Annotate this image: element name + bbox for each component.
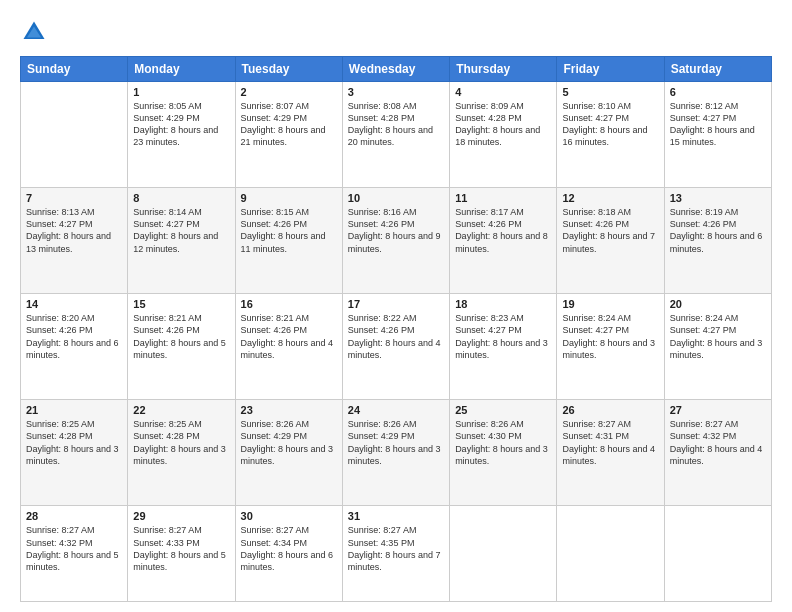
day-info: Sunrise: 8:19 AMSunset: 4:26 PMDaylight:… xyxy=(670,206,766,255)
calendar-cell xyxy=(664,506,771,602)
day-info: Sunrise: 8:24 AMSunset: 4:27 PMDaylight:… xyxy=(562,312,658,361)
day-header-monday: Monday xyxy=(128,57,235,82)
day-info: Sunrise: 8:26 AMSunset: 4:29 PMDaylight:… xyxy=(348,418,444,467)
day-info: Sunrise: 8:14 AMSunset: 4:27 PMDaylight:… xyxy=(133,206,229,255)
day-number: 14 xyxy=(26,298,122,310)
header xyxy=(20,18,772,46)
day-number: 27 xyxy=(670,404,766,416)
calendar-cell: 10Sunrise: 8:16 AMSunset: 4:26 PMDayligh… xyxy=(342,188,449,294)
day-number: 20 xyxy=(670,298,766,310)
day-info: Sunrise: 8:16 AMSunset: 4:26 PMDaylight:… xyxy=(348,206,444,255)
day-info: Sunrise: 8:26 AMSunset: 4:30 PMDaylight:… xyxy=(455,418,551,467)
day-number: 30 xyxy=(241,510,337,522)
day-number: 22 xyxy=(133,404,229,416)
day-number: 8 xyxy=(133,192,229,204)
calendar-cell: 3Sunrise: 8:08 AMSunset: 4:28 PMDaylight… xyxy=(342,82,449,188)
calendar-cell: 8Sunrise: 8:14 AMSunset: 4:27 PMDaylight… xyxy=(128,188,235,294)
calendar-cell: 5Sunrise: 8:10 AMSunset: 4:27 PMDaylight… xyxy=(557,82,664,188)
day-number: 24 xyxy=(348,404,444,416)
calendar-week-row: 1Sunrise: 8:05 AMSunset: 4:29 PMDaylight… xyxy=(21,82,772,188)
day-info: Sunrise: 8:12 AMSunset: 4:27 PMDaylight:… xyxy=(670,100,766,149)
calendar-cell xyxy=(557,506,664,602)
day-number: 23 xyxy=(241,404,337,416)
day-number: 19 xyxy=(562,298,658,310)
calendar-cell: 30Sunrise: 8:27 AMSunset: 4:34 PMDayligh… xyxy=(235,506,342,602)
calendar-week-row: 7Sunrise: 8:13 AMSunset: 4:27 PMDaylight… xyxy=(21,188,772,294)
day-info: Sunrise: 8:21 AMSunset: 4:26 PMDaylight:… xyxy=(133,312,229,361)
day-number: 1 xyxy=(133,86,229,98)
logo xyxy=(20,18,52,46)
calendar-cell: 16Sunrise: 8:21 AMSunset: 4:26 PMDayligh… xyxy=(235,294,342,400)
calendar-cell: 22Sunrise: 8:25 AMSunset: 4:28 PMDayligh… xyxy=(128,400,235,506)
day-number: 31 xyxy=(348,510,444,522)
day-number: 6 xyxy=(670,86,766,98)
day-number: 16 xyxy=(241,298,337,310)
day-header-saturday: Saturday xyxy=(664,57,771,82)
calendar-cell: 23Sunrise: 8:26 AMSunset: 4:29 PMDayligh… xyxy=(235,400,342,506)
calendar-cell: 4Sunrise: 8:09 AMSunset: 4:28 PMDaylight… xyxy=(450,82,557,188)
day-info: Sunrise: 8:27 AMSunset: 4:32 PMDaylight:… xyxy=(670,418,766,467)
calendar-cell: 19Sunrise: 8:24 AMSunset: 4:27 PMDayligh… xyxy=(557,294,664,400)
day-info: Sunrise: 8:09 AMSunset: 4:28 PMDaylight:… xyxy=(455,100,551,149)
calendar-cell: 29Sunrise: 8:27 AMSunset: 4:33 PMDayligh… xyxy=(128,506,235,602)
day-number: 29 xyxy=(133,510,229,522)
day-number: 7 xyxy=(26,192,122,204)
day-info: Sunrise: 8:25 AMSunset: 4:28 PMDaylight:… xyxy=(26,418,122,467)
day-info: Sunrise: 8:27 AMSunset: 4:33 PMDaylight:… xyxy=(133,524,229,573)
day-info: Sunrise: 8:20 AMSunset: 4:26 PMDaylight:… xyxy=(26,312,122,361)
calendar-cell xyxy=(450,506,557,602)
calendar-cell: 9Sunrise: 8:15 AMSunset: 4:26 PMDaylight… xyxy=(235,188,342,294)
calendar-week-row: 21Sunrise: 8:25 AMSunset: 4:28 PMDayligh… xyxy=(21,400,772,506)
calendar-cell: 12Sunrise: 8:18 AMSunset: 4:26 PMDayligh… xyxy=(557,188,664,294)
calendar-cell: 31Sunrise: 8:27 AMSunset: 4:35 PMDayligh… xyxy=(342,506,449,602)
day-header-sunday: Sunday xyxy=(21,57,128,82)
logo-icon xyxy=(20,18,48,46)
day-header-tuesday: Tuesday xyxy=(235,57,342,82)
day-info: Sunrise: 8:10 AMSunset: 4:27 PMDaylight:… xyxy=(562,100,658,149)
page: SundayMondayTuesdayWednesdayThursdayFrid… xyxy=(0,0,792,612)
day-number: 25 xyxy=(455,404,551,416)
calendar-cell: 25Sunrise: 8:26 AMSunset: 4:30 PMDayligh… xyxy=(450,400,557,506)
day-number: 5 xyxy=(562,86,658,98)
day-number: 9 xyxy=(241,192,337,204)
calendar-cell: 11Sunrise: 8:17 AMSunset: 4:26 PMDayligh… xyxy=(450,188,557,294)
calendar-table: SundayMondayTuesdayWednesdayThursdayFrid… xyxy=(20,56,772,602)
day-number: 17 xyxy=(348,298,444,310)
day-info: Sunrise: 8:07 AMSunset: 4:29 PMDaylight:… xyxy=(241,100,337,149)
calendar-cell: 14Sunrise: 8:20 AMSunset: 4:26 PMDayligh… xyxy=(21,294,128,400)
calendar-week-row: 28Sunrise: 8:27 AMSunset: 4:32 PMDayligh… xyxy=(21,506,772,602)
calendar-cell: 1Sunrise: 8:05 AMSunset: 4:29 PMDaylight… xyxy=(128,82,235,188)
day-number: 28 xyxy=(26,510,122,522)
day-info: Sunrise: 8:27 AMSunset: 4:32 PMDaylight:… xyxy=(26,524,122,573)
day-number: 3 xyxy=(348,86,444,98)
day-info: Sunrise: 8:15 AMSunset: 4:26 PMDaylight:… xyxy=(241,206,337,255)
day-header-wednesday: Wednesday xyxy=(342,57,449,82)
day-number: 18 xyxy=(455,298,551,310)
day-number: 10 xyxy=(348,192,444,204)
calendar-cell: 26Sunrise: 8:27 AMSunset: 4:31 PMDayligh… xyxy=(557,400,664,506)
calendar-week-row: 14Sunrise: 8:20 AMSunset: 4:26 PMDayligh… xyxy=(21,294,772,400)
calendar-cell: 2Sunrise: 8:07 AMSunset: 4:29 PMDaylight… xyxy=(235,82,342,188)
day-info: Sunrise: 8:22 AMSunset: 4:26 PMDaylight:… xyxy=(348,312,444,361)
day-info: Sunrise: 8:21 AMSunset: 4:26 PMDaylight:… xyxy=(241,312,337,361)
day-info: Sunrise: 8:26 AMSunset: 4:29 PMDaylight:… xyxy=(241,418,337,467)
calendar-cell: 7Sunrise: 8:13 AMSunset: 4:27 PMDaylight… xyxy=(21,188,128,294)
day-info: Sunrise: 8:18 AMSunset: 4:26 PMDaylight:… xyxy=(562,206,658,255)
day-number: 4 xyxy=(455,86,551,98)
day-info: Sunrise: 8:27 AMSunset: 4:35 PMDaylight:… xyxy=(348,524,444,573)
calendar-cell: 17Sunrise: 8:22 AMSunset: 4:26 PMDayligh… xyxy=(342,294,449,400)
day-info: Sunrise: 8:25 AMSunset: 4:28 PMDaylight:… xyxy=(133,418,229,467)
day-info: Sunrise: 8:08 AMSunset: 4:28 PMDaylight:… xyxy=(348,100,444,149)
calendar-cell xyxy=(21,82,128,188)
calendar-cell: 6Sunrise: 8:12 AMSunset: 4:27 PMDaylight… xyxy=(664,82,771,188)
day-number: 21 xyxy=(26,404,122,416)
calendar-cell: 13Sunrise: 8:19 AMSunset: 4:26 PMDayligh… xyxy=(664,188,771,294)
day-info: Sunrise: 8:23 AMSunset: 4:27 PMDaylight:… xyxy=(455,312,551,361)
calendar-cell: 27Sunrise: 8:27 AMSunset: 4:32 PMDayligh… xyxy=(664,400,771,506)
calendar-cell: 18Sunrise: 8:23 AMSunset: 4:27 PMDayligh… xyxy=(450,294,557,400)
day-number: 26 xyxy=(562,404,658,416)
day-header-thursday: Thursday xyxy=(450,57,557,82)
day-info: Sunrise: 8:05 AMSunset: 4:29 PMDaylight:… xyxy=(133,100,229,149)
day-info: Sunrise: 8:27 AMSunset: 4:34 PMDaylight:… xyxy=(241,524,337,573)
day-number: 12 xyxy=(562,192,658,204)
